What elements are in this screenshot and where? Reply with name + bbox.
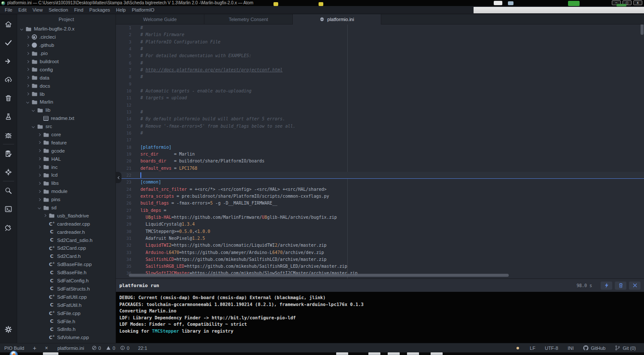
tree-file-readme.txt[interactable]: readme.txt <box>17 114 115 122</box>
code-line-14[interactable]: 14# By default platformio build will abo… <box>116 116 644 122</box>
remote-cloud-upload-icon[interactable] <box>4 75 13 84</box>
upload-arrow-icon[interactable] <box>4 56 13 66</box>
tree-folder-src[interactable]: src <box>17 122 115 131</box>
tree-folder-lib[interactable]: lib <box>17 106 115 114</box>
settings-gear-icon[interactable] <box>4 324 13 334</box>
tree-file-SdFatConfig.h[interactable]: CSdFatConfig.h <box>17 277 115 285</box>
tree-file-cardreader.cpp[interactable]: C+cardreader.cpp <box>17 220 115 228</box>
chevron-down-icon[interactable] <box>32 125 35 128</box>
tree-folder-inc[interactable]: inc <box>17 163 115 171</box>
tree-file-cardreader.h[interactable]: Ccardreader.h <box>17 228 115 236</box>
serial-plug-icon[interactable] <box>4 223 13 232</box>
grammar-indicator[interactable]: INI <box>563 346 578 351</box>
tree-file-SdBaseFile.cpp[interactable]: C+SdBaseFile.cpp <box>17 260 115 269</box>
code-line-35[interactable]: 35 SailfishRGB_LED=https://github.com/mi… <box>116 263 644 270</box>
code-line-34[interactable]: 34 SailfishLCD=https://github.com/mikesh… <box>116 256 644 263</box>
code-line-33[interactable]: 33 Arduino-L6470=https://github.com/amey… <box>116 249 644 256</box>
git-status[interactable]: Git (0) <box>610 345 641 351</box>
chevron-right-icon[interactable] <box>37 198 40 201</box>
tree-folder-lcd[interactable]: lcd <box>17 171 115 179</box>
taskbar-button[interactable] <box>43 352 58 355</box>
diagnostics-infos[interactable]: 0 <box>118 346 132 351</box>
tree-folder-.github[interactable]: .github <box>17 41 115 49</box>
code-line-8[interactable]: 8# <box>116 73 644 80</box>
taskbar-button[interactable] <box>368 352 380 355</box>
tree-folder-gcode[interactable]: gcode <box>17 147 115 155</box>
taskbar-button[interactable] <box>388 352 400 355</box>
rerun-build-button[interactable] <box>601 282 612 290</box>
menu-selection[interactable]: Selection <box>46 6 71 14</box>
home-icon[interactable] <box>4 19 13 29</box>
tree-folder-Marlin[interactable]: Marlin <box>17 98 115 106</box>
build-check-icon[interactable] <box>4 38 13 47</box>
code-line-7[interactable]: 7# http://docs.platformio.org/en/latest/… <box>116 67 644 73</box>
code-line-22[interactable]: 22 <box>116 172 644 179</box>
tree-file-SdVolume.cpp[interactable]: C+SdVolume.cpp <box>17 334 115 342</box>
tree-folder-data[interactable]: data <box>17 73 115 82</box>
test-flask-icon[interactable] <box>4 112 13 121</box>
code-line-19[interactable]: 19src_dir = Marlin <box>116 151 644 158</box>
terminal-icon[interactable] <box>4 204 13 214</box>
code-line-9[interactable]: 9 <box>116 81 644 88</box>
tree-file-SdFatUtil.cpp[interactable]: C+SdFatUtil.cpp <box>17 293 115 301</box>
menu-platformio[interactable]: PlatformIO <box>129 6 158 14</box>
debug-bug-icon[interactable] <box>4 130 13 140</box>
code-line-31[interactable]: 31 Adafruit NeoPixel@1.2.5 <box>116 235 644 242</box>
menu-edit[interactable]: Edit <box>15 6 30 14</box>
tree-folder-lib[interactable]: lib <box>17 90 115 98</box>
tree-file-SdBaseFile.h[interactable]: CSdBaseFile.h <box>17 269 115 277</box>
code-line-26[interactable]: 26build_flags = -fmax-errors=5 -g -D__MA… <box>116 200 644 207</box>
tree-folder-.pio[interactable]: .pio <box>17 49 115 58</box>
menu-find[interactable]: Find <box>71 6 86 14</box>
tab-telemetry-consent[interactable]: Telemetry Consent <box>204 14 293 24</box>
chevron-right-icon[interactable] <box>43 214 46 217</box>
chevron-right-icon[interactable] <box>37 133 40 136</box>
code-line-10[interactable]: 10# Automatic targets - enable auto-uplo… <box>116 88 644 95</box>
menu-help[interactable]: Help <box>113 6 129 14</box>
chevron-right-icon[interactable] <box>37 182 40 185</box>
code-line-28[interactable]: 28 U8glib-HAL=https://github.com/MarlinF… <box>116 214 644 221</box>
chevron-right-icon[interactable] <box>26 76 29 79</box>
tree-file-SdFatStructs.h[interactable]: CSdFatStructs.h <box>17 285 115 293</box>
chevron-right-icon[interactable] <box>37 141 40 144</box>
code-line-27[interactable]: 27lib_deps = <box>116 207 644 214</box>
clean-trash-icon[interactable] <box>4 93 13 103</box>
code-line-2[interactable]: 2# Marlin Firmware <box>116 31 644 38</box>
close-button[interactable]: x <box>633 0 642 5</box>
tree-file-SdFile.h[interactable]: CSdFile.h <box>17 317 115 325</box>
close-panel-button[interactable] <box>629 282 641 290</box>
cursor-position[interactable]: 22:1 <box>132 346 153 351</box>
code-line-32[interactable]: 32 LiquidTWI2=https://github.com/lincoma… <box>116 242 644 249</box>
chevron-right-icon[interactable] <box>26 84 29 87</box>
code-line-30[interactable]: 30 TMCStepper@>=0.5.0,<1.0.0 <box>116 228 644 235</box>
windows-taskbar[interactable] <box>0 352 644 355</box>
line-ending-indicator[interactable]: LF <box>525 346 540 351</box>
active-file-name[interactable]: platformio.ini <box>52 346 89 351</box>
diagnostics-warnings[interactable]: 0 <box>103 346 118 351</box>
run-task-clipboard-icon[interactable] <box>4 149 13 158</box>
tree-folder-pins[interactable]: pins <box>17 196 115 204</box>
tab-welcome-guide[interactable]: Welcome Guide <box>116 14 204 24</box>
tree-folder-module[interactable]: module <box>17 187 115 196</box>
clear-output-button[interactable] <box>615 282 626 290</box>
tree-file-Sd2Card_sdio.h[interactable]: CSd2Card_sdio.h <box>17 236 115 244</box>
code-line-25[interactable]: 25extra_scripts = pre:buildroot/share/Pl… <box>116 193 644 200</box>
tree-folder-.circleci[interactable]: .circleci <box>17 33 115 41</box>
tree-folder-HAL[interactable]: HAL <box>17 155 115 163</box>
tree-folder-usb_flashdrive[interactable]: usb_flashdrive <box>17 211 115 220</box>
chevron-right-icon[interactable] <box>26 52 29 55</box>
chevron-down-icon[interactable] <box>20 28 23 31</box>
code-line-5[interactable]: 5# For detailed documentation with EXAMP… <box>116 52 644 59</box>
code-line-3[interactable]: 3# PlatformIO Configuration File <box>116 39 644 46</box>
chevron-right-icon[interactable] <box>26 60 29 63</box>
menu-file[interactable]: File <box>2 6 15 14</box>
chevron-right-icon[interactable] <box>37 190 40 193</box>
chevron-down-icon[interactable] <box>26 101 29 104</box>
code-line-23[interactable]: 23[common] <box>116 179 644 186</box>
tree-folder-sd[interactable]: sd <box>17 204 115 212</box>
chevron-right-icon[interactable] <box>26 92 29 95</box>
code-line-13[interactable]: 13# <box>116 109 644 116</box>
tab-platformio-ini[interactable]: platformio.ini <box>293 14 381 24</box>
tree-folder-Marlin-bugfix-2.0.x[interactable]: Marlin-bugfix-2.0.x <box>17 25 115 33</box>
build-output-text[interactable]: DEBUG: Current (cmsis-dap) On-board (cms… <box>116 292 644 343</box>
